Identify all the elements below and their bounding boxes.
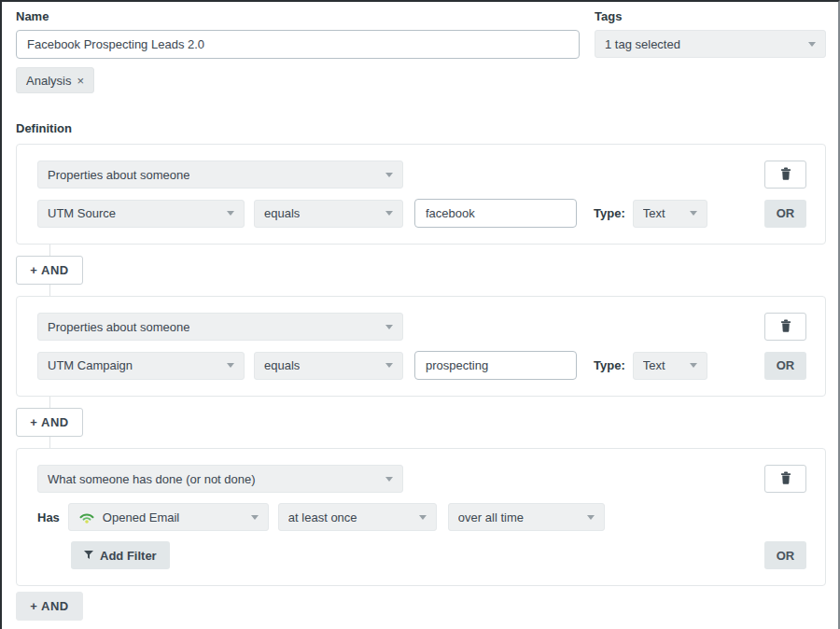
- category-select-value: What someone has done (or not done): [48, 472, 256, 486]
- or-button[interactable]: OR: [764, 541, 806, 569]
- definition-label: Definition: [16, 121, 826, 136]
- property-select-value: UTM Source: [48, 206, 116, 220]
- chevron-down-icon: [419, 515, 427, 520]
- operator-select[interactable]: equals: [254, 352, 403, 380]
- timeframe-select-value: over all time: [458, 510, 524, 524]
- chevron-down-icon: [227, 363, 234, 368]
- type-label: Type:: [594, 358, 625, 372]
- type-select[interactable]: Text: [633, 352, 707, 380]
- type-select-value: Text: [643, 206, 665, 220]
- tag-chip[interactable]: Analysis ×: [16, 67, 94, 93]
- chevron-down-icon: [385, 325, 393, 329]
- frequency-select-value: at least once: [288, 510, 357, 524]
- name-label: Name: [16, 9, 580, 24]
- category-select[interactable]: What someone has done (or not done): [37, 465, 403, 493]
- delete-condition-button[interactable]: [764, 161, 806, 189]
- metric-select[interactable]: Opened Email: [68, 503, 269, 531]
- category-select[interactable]: Properties about someone: [37, 313, 403, 341]
- trash-icon: [780, 471, 791, 487]
- and-connector: + AND: [16, 397, 826, 448]
- operator-select-value: equals: [264, 358, 300, 372]
- category-select-value: Properties about someone: [48, 320, 189, 334]
- chevron-down-icon: [385, 211, 393, 216]
- property-select[interactable]: UTM Source: [37, 200, 245, 228]
- name-input[interactable]: [16, 30, 580, 59]
- type-label: Type:: [594, 206, 625, 220]
- chevron-down-icon: [385, 363, 393, 368]
- value-input[interactable]: [414, 199, 577, 228]
- add-and-button[interactable]: + AND: [16, 592, 83, 621]
- or-button[interactable]: OR: [764, 200, 806, 228]
- trash-icon: [780, 319, 791, 335]
- header-row: Name Analysis × Tags 1 tag selected: [16, 7, 826, 93]
- operator-select-value: equals: [264, 206, 300, 220]
- condition-card-3: What someone has done (or not done) Has: [16, 448, 826, 586]
- and-connector: + AND: [16, 245, 826, 296]
- condition-card-2: Properties about someone UTM Campaign: [16, 296, 826, 397]
- segment-editor: Name Analysis × Tags 1 tag selected Defi…: [0, 0, 840, 629]
- tags-select-value: 1 tag selected: [605, 37, 680, 51]
- tags-label: Tags: [595, 9, 826, 24]
- type-select-value: Text: [643, 358, 665, 372]
- frequency-select[interactable]: at least once: [278, 503, 437, 531]
- property-select-value: UTM Campaign: [48, 358, 133, 372]
- operator-select[interactable]: equals: [254, 200, 403, 228]
- delete-condition-button[interactable]: [764, 313, 806, 341]
- chevron-down-icon: [385, 173, 393, 177]
- delete-condition-button[interactable]: [764, 465, 806, 493]
- add-and-button[interactable]: + AND: [16, 408, 83, 437]
- trash-icon: [780, 167, 791, 183]
- chevron-down-icon: [587, 515, 595, 520]
- has-label: Has: [37, 510, 60, 524]
- timeframe-select[interactable]: over all time: [448, 503, 605, 531]
- type-select[interactable]: Text: [633, 200, 707, 228]
- metric-select-value: Opened Email: [103, 510, 179, 524]
- tags-select[interactable]: 1 tag selected: [595, 30, 826, 58]
- chevron-down-icon: [690, 363, 697, 368]
- or-button[interactable]: OR: [764, 352, 806, 380]
- chevron-down-icon: [808, 42, 816, 47]
- remove-tag-icon[interactable]: ×: [77, 74, 84, 88]
- tag-chip-label: Analysis: [26, 74, 71, 88]
- condition-card-1: Properties about someone UTM Source: [16, 144, 826, 245]
- add-filter-button[interactable]: Add Filter: [71, 541, 170, 569]
- category-select[interactable]: Properties about someone: [37, 161, 403, 189]
- property-select[interactable]: UTM Campaign: [37, 352, 245, 380]
- category-select-value: Properties about someone: [48, 168, 189, 182]
- add-and-button[interactable]: + AND: [16, 256, 83, 285]
- chevron-down-icon: [385, 477, 393, 482]
- add-filter-label: Add Filter: [100, 549, 157, 563]
- chevron-down-icon: [251, 515, 259, 520]
- chevron-down-icon: [227, 211, 234, 216]
- value-input[interactable]: [414, 351, 577, 380]
- opened-email-icon: [78, 510, 95, 524]
- chevron-down-icon: [690, 211, 697, 216]
- filter-icon: [84, 549, 93, 563]
- bottom-and-row: + AND: [16, 592, 826, 621]
